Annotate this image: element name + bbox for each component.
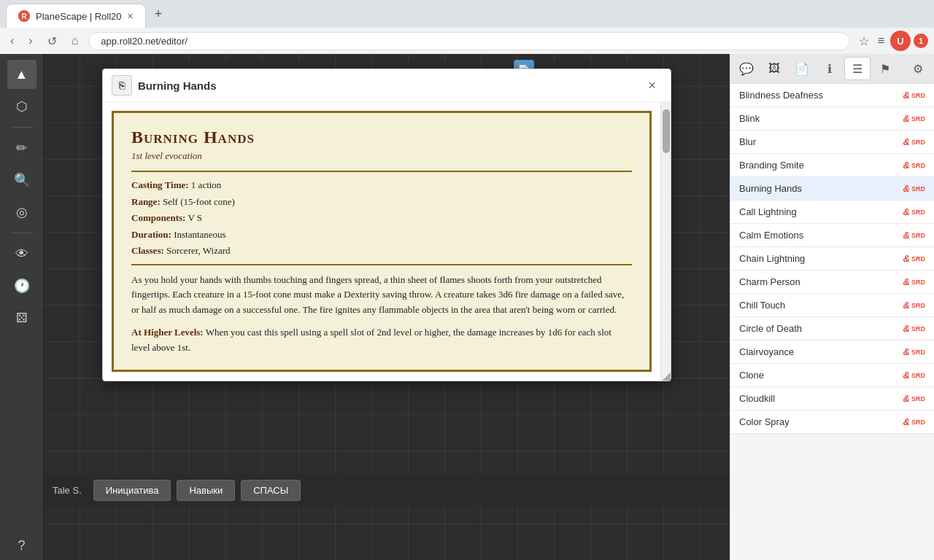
spell-badge: & SRD	[903, 370, 925, 381]
address-input[interactable]	[88, 32, 849, 50]
dnd-logo-icon: &	[903, 300, 910, 311]
spell-list-item[interactable]: Circle of Death & SRD	[730, 317, 934, 341]
right-panel-tabs: 💬 🖼 📄 ℹ ☰ ⚑ ⚙	[730, 54, 934, 84]
help-tool-btn[interactable]: ?	[7, 531, 36, 560]
spell-list-item[interactable]: Chain Lightning & SRD	[730, 247, 934, 271]
spell-copy-btn[interactable]: ⎘	[112, 75, 132, 96]
shapes-tool-btn[interactable]: ⬡	[7, 92, 36, 121]
skills-btn[interactable]: Навыки	[177, 480, 235, 501]
spell-modal-header: ⎘ Burning Hands ×	[103, 69, 671, 102]
dnd-logo-icon: &	[903, 160, 910, 171]
spell-modal-scrollbar[interactable]	[660, 102, 671, 381]
spell-list-item[interactable]: Clone & SRD	[730, 364, 934, 387]
spell-modal: ⎘ Burning Hands × Burning Hands 1st leve…	[102, 69, 671, 381]
tale-label: Tale S.	[53, 485, 82, 496]
spell-badge: & SRD	[903, 323, 925, 334]
srd-label: SRD	[911, 349, 925, 356]
spell-list-item[interactable]: Clairvoyance & SRD	[730, 341, 934, 364]
dnd-logo-icon: &	[903, 346, 910, 357]
dnd-logo-icon: &	[903, 206, 910, 217]
tab-chat[interactable]: 💬	[733, 57, 760, 80]
spell-list-item[interactable]: Chill Touch & SRD	[730, 294, 934, 317]
spell-badge: & SRD	[903, 113, 925, 124]
app-container: ▲ ⬡ ✏ 🔍 ◎ 👁 🕐 ⚄ ? 📄 100% + −	[0, 54, 934, 560]
spell-badge: & SRD	[903, 90, 925, 101]
srd-label: SRD	[911, 139, 925, 146]
tab-compendium[interactable]: ☰	[844, 57, 871, 80]
spell-badge: & SRD	[903, 253, 925, 264]
spell-name: Blindness Deafness	[739, 90, 903, 101]
spell-name: Cloudkill	[739, 393, 903, 404]
spell-badge: & SRD	[903, 160, 925, 171]
tab-favicon: R	[18, 10, 30, 22]
dice-tool-btn[interactable]: ⚄	[7, 303, 36, 332]
target-tool-btn[interactable]: ◎	[7, 198, 36, 227]
tab-journal[interactable]: 📄	[789, 57, 815, 80]
spell-classes: Classes: Sorcerer, Wizard	[131, 244, 632, 258]
spell-content-area[interactable]: Burning Hands 1st level evocation Castin…	[103, 102, 660, 381]
dnd-logo-icon: &	[903, 113, 910, 124]
initiative-btn[interactable]: Инициатива	[93, 480, 171, 501]
bookmark-btn[interactable]: ☆	[856, 31, 872, 51]
spell-badge: & SRD	[903, 393, 925, 404]
tab-close-btn[interactable]: ×	[128, 10, 134, 22]
spell-modal-title: Burning Hands	[138, 79, 636, 92]
srd-label: SRD	[911, 395, 925, 402]
srd-label: SRD	[911, 92, 925, 99]
tab-turns[interactable]: ⚑	[872, 57, 898, 80]
spell-card-divider-2	[131, 264, 632, 265]
active-tab[interactable]: R PlaneScape | Roll20 ×	[6, 4, 146, 28]
spell-list-item[interactable]: Burning Hands & SRD	[730, 177, 934, 201]
right-panel: 💬 🖼 📄 ℹ ☰ ⚑ ⚙ Blindness Deafness & SRD B…	[730, 54, 934, 560]
spell-badge: & SRD	[903, 230, 925, 241]
pencil-tool-btn[interactable]: ✏	[7, 133, 36, 163]
srd-label: SRD	[911, 209, 925, 216]
spell-list-item[interactable]: Call Lightning & SRD	[730, 201, 934, 224]
spell-list-item[interactable]: Cloudkill & SRD	[730, 387, 934, 411]
spell-badge: & SRD	[903, 136, 925, 147]
reload-btn[interactable]: ↺	[43, 31, 61, 51]
back-btn[interactable]: ‹	[6, 31, 18, 50]
tab-info[interactable]: ℹ	[817, 57, 843, 80]
spell-list-item[interactable]: Color Spray & SRD	[730, 411, 934, 434]
tab-settings[interactable]: ⚙	[905, 57, 931, 80]
magnify-tool-btn[interactable]: 🔍	[7, 166, 36, 195]
scroll-thumb[interactable]	[663, 109, 670, 153]
notification-badge[interactable]: 1	[914, 34, 928, 48]
clock-tool-btn[interactable]: 🕐	[7, 271, 36, 300]
spell-name: Clone	[739, 370, 903, 381]
map-area[interactable]: 📄 100% + − ⎘ Burning Hands × Burning Han	[44, 54, 730, 560]
classes-label: Classes:	[131, 245, 164, 256]
srd-label: SRD	[911, 115, 925, 122]
spell-casting-time: Casting Time: 1 action	[131, 178, 632, 192]
dnd-logo-icon: &	[903, 393, 910, 404]
new-tab-btn[interactable]: +	[146, 1, 171, 28]
spell-card-divider-1	[131, 171, 632, 172]
spell-list-item[interactable]: Blur & SRD	[730, 131, 934, 154]
spell-list-item[interactable]: Blink & SRD	[730, 107, 934, 131]
saves-btn[interactable]: СПАСЫ	[241, 480, 301, 501]
eye-tool-btn[interactable]: 👁	[7, 239, 36, 268]
spell-list-item[interactable]: Branding Smite & SRD	[730, 154, 934, 177]
forward-btn[interactable]: ›	[24, 31, 36, 50]
address-bar: ‹ › ↺ ⌂ ☆ ≡ U 1	[0, 28, 934, 54]
srd-label: SRD	[911, 372, 925, 379]
spell-list-item[interactable]: Charm Person & SRD	[730, 271, 934, 294]
duration-label: Duration:	[131, 229, 171, 240]
spell-list-item[interactable]: Calm Emotions & SRD	[730, 224, 934, 247]
spell-name: Blur	[739, 136, 903, 147]
user-avatar[interactable]: U	[890, 31, 911, 51]
spell-list-item[interactable]: Blindness Deafness & SRD	[730, 84, 934, 107]
resize-handle[interactable]	[660, 370, 671, 381]
tab-art[interactable]: 🖼	[761, 57, 787, 80]
spell-modal-close-btn[interactable]: ×	[642, 77, 662, 95]
spell-list[interactable]: Blindness Deafness & SRD Blink & SRD Blu…	[730, 84, 934, 560]
spell-modal-body: Burning Hands 1st level evocation Castin…	[103, 102, 671, 381]
higher-levels-label: At Higher Levels:	[131, 327, 204, 338]
home-btn[interactable]: ⌂	[67, 31, 83, 50]
select-tool-btn[interactable]: ▲	[7, 60, 36, 89]
menu-btn[interactable]: ≡	[875, 31, 887, 50]
spell-name: Chain Lightning	[739, 253, 903, 264]
srd-label: SRD	[911, 232, 925, 239]
range-label: Range:	[131, 196, 161, 207]
